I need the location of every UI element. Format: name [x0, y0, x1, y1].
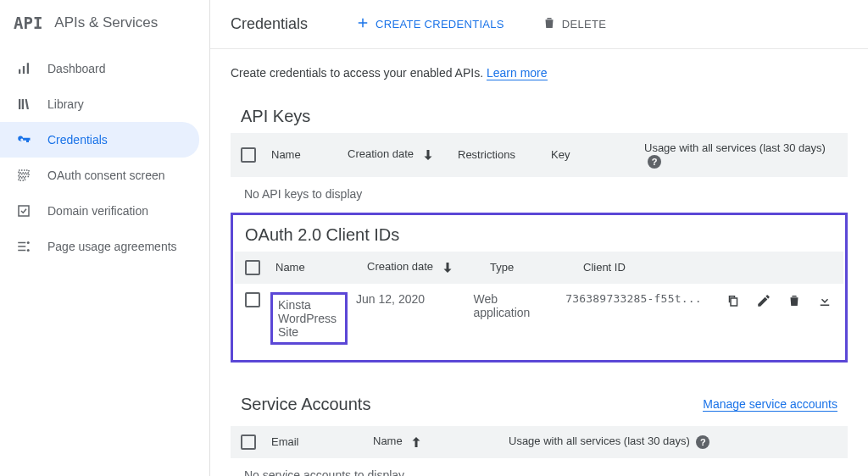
sidebar-item-label: Domain verification [47, 204, 148, 218]
select-all-checkbox[interactable] [241, 434, 256, 450]
page-header: Credentials CREATE CREDENTIALS DELETE [210, 0, 868, 49]
sidebar-nav: Dashboard Library Credentials OAuth cons… [0, 44, 209, 264]
copy-icon[interactable] [725, 292, 742, 309]
svg-point-0 [27, 241, 30, 244]
oauth-row-type: Web application [473, 292, 565, 319]
brand-header: API APIs & Services [0, 7, 209, 44]
brand-logo: API [14, 14, 42, 32]
select-all-checkbox[interactable] [241, 147, 256, 163]
help-icon[interactable]: ? [648, 155, 661, 169]
oauth-title: OAuth 2.0 Client IDs [235, 219, 843, 252]
sidebar-item-label: Page usage agreements [47, 240, 177, 253]
check-icon [15, 202, 32, 219]
intro-text: Create credentials to access your enable… [231, 66, 848, 80]
col-name[interactable]: Name [271, 148, 348, 161]
button-label: DELETE [562, 18, 606, 30]
trash-icon [542, 15, 557, 33]
button-label: CREATE CREDENTIALS [376, 18, 504, 30]
sidebar-item-domain-verification[interactable]: Domain verification [0, 193, 199, 229]
col-usage[interactable]: Usage with all services (last 30 days) ? [644, 141, 837, 169]
row-checkbox[interactable] [245, 292, 260, 307]
page-title: Credentials [231, 15, 308, 33]
delete-icon[interactable] [786, 292, 803, 309]
service-accounts-table: Email Name Usage with all services (last… [231, 426, 848, 476]
api-keys-empty: No API keys to display [231, 177, 848, 211]
main-content: Credentials CREATE CREDENTIALS DELETE Cr… [210, 0, 868, 476]
service-accounts-empty: No service accounts to display [231, 458, 848, 476]
sidebar-item-label: Library [47, 97, 84, 111]
col-restrictions[interactable]: Restrictions [458, 148, 551, 161]
row-actions [725, 292, 833, 309]
api-keys-title: API Keys [231, 100, 848, 133]
col-creation-date[interactable]: Creation date [348, 147, 458, 163]
col-key[interactable]: Key [551, 148, 644, 161]
api-keys-header-row: Name Creation date Restrictions Key Usag… [231, 133, 848, 177]
api-keys-table: Name Creation date Restrictions Key Usag… [231, 133, 848, 211]
download-icon[interactable] [816, 292, 833, 309]
key-icon [15, 131, 32, 148]
col-usage[interactable]: Usage with all services (last 30 days) ? [509, 434, 837, 449]
help-icon[interactable]: ? [696, 435, 709, 449]
create-credentials-button[interactable]: CREATE CREDENTIALS [348, 10, 511, 38]
edit-icon[interactable] [755, 292, 772, 309]
col-name[interactable]: Name [275, 261, 367, 274]
arrow-up-icon [409, 434, 424, 450]
col-name[interactable]: Name [373, 434, 509, 450]
sidebar-item-library[interactable]: Library [0, 86, 199, 122]
sidebar-item-credentials[interactable]: Credentials [0, 122, 199, 158]
sidebar: API APIs & Services Dashboard Library Cr… [0, 0, 210, 476]
manage-service-accounts-link[interactable]: Manage service accounts [703, 397, 837, 412]
consent-icon [15, 167, 32, 184]
plus-icon [355, 15, 370, 33]
learn-more-link[interactable]: Learn more [487, 66, 548, 80]
settings-icon [15, 238, 32, 255]
sidebar-item-dashboard[interactable]: Dashboard [0, 51, 199, 86]
table-row[interactable]: Kinsta WordPress Site Jun 12, 2020 Web a… [235, 284, 843, 353]
arrow-down-icon [420, 147, 436, 163]
sidebar-item-label: Credentials [47, 133, 108, 147]
sidebar-item-label: OAuth consent screen [47, 169, 165, 182]
service-accounts-title: Service Accounts [241, 388, 381, 421]
service-accounts-header-row: Email Name Usage with all services (last… [231, 426, 848, 458]
select-all-checkbox[interactable] [245, 260, 260, 275]
oauth-highlight: OAuth 2.0 Client IDs Name Creation date … [231, 213, 848, 363]
delete-button[interactable]: DELETE [535, 10, 613, 38]
oauth-row-client-id: 736389733285-f55t... [565, 292, 725, 305]
library-icon [15, 96, 32, 113]
sidebar-item-label: Dashboard [47, 62, 106, 75]
oauth-row-name[interactable]: Kinsta WordPress Site [278, 298, 337, 339]
sidebar-item-page-usage[interactable]: Page usage agreements [0, 229, 199, 264]
col-email[interactable]: Email [271, 435, 373, 448]
oauth-table: Name Creation date Type Client ID Kinsta… [235, 252, 843, 353]
oauth-header-row: Name Creation date Type Client ID [235, 252, 843, 284]
brand-title: APIs & Services [54, 14, 158, 31]
dashboard-icon [15, 60, 32, 77]
sidebar-item-oauth-consent[interactable]: OAuth consent screen [0, 158, 199, 193]
arrow-down-icon [440, 260, 455, 275]
col-client-id[interactable]: Client ID [583, 261, 833, 274]
svg-point-1 [27, 249, 30, 252]
oauth-row-created: Jun 12, 2020 [356, 292, 473, 306]
col-creation-date[interactable]: Creation date [367, 260, 490, 275]
col-type[interactable]: Type [490, 261, 583, 274]
